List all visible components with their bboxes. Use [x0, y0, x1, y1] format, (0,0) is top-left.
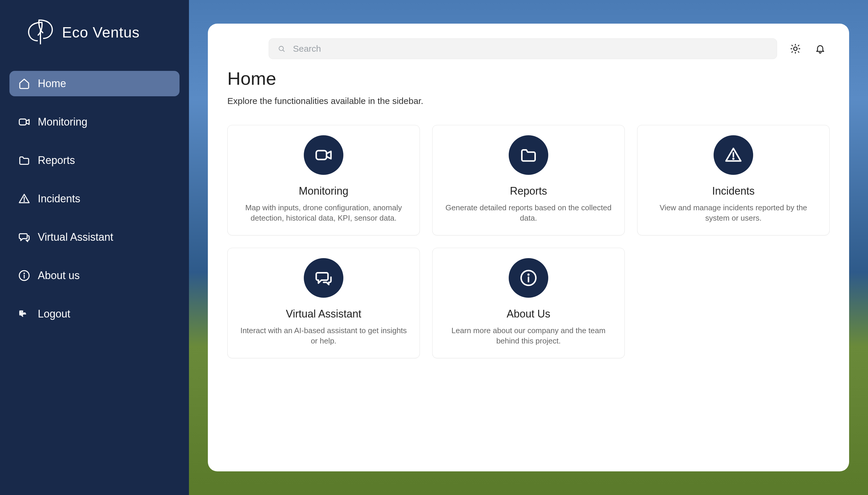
home-icon	[18, 78, 30, 89]
topbar	[227, 38, 830, 59]
info-icon	[18, 270, 30, 281]
search-box[interactable]	[269, 38, 777, 59]
svg-line-15	[798, 45, 799, 46]
svg-line-7	[283, 50, 284, 51]
card-monitoring[interactable]: Monitoring Map with inputs, drone config…	[227, 125, 420, 235]
svg-point-5	[24, 273, 24, 274]
sidebar-nav: Home Monitoring Reports Incidents	[0, 71, 189, 327]
chat-icon	[315, 269, 332, 287]
svg-line-14	[798, 52, 799, 52]
sidebar-item-about-us[interactable]: About us	[10, 263, 179, 288]
cards-grid: Monitoring Map with inputs, drone config…	[227, 125, 830, 358]
svg-line-13	[792, 45, 793, 46]
bell-icon	[815, 44, 826, 54]
card-desc: Interact with an AI-based assistant to g…	[237, 325, 410, 346]
card-about-us[interactable]: About Us Learn more about our company an…	[432, 248, 625, 358]
main-area: Home Explore the functionalities availab…	[189, 0, 868, 495]
svg-rect-0	[19, 119, 26, 125]
search-icon	[278, 45, 285, 53]
folder-icon	[520, 146, 537, 164]
card-desc: Map with inputs, drone configuration, an…	[237, 203, 410, 223]
theme-toggle-button[interactable]	[789, 42, 802, 55]
sidebar-item-incidents[interactable]: Incidents	[10, 186, 179, 211]
alert-triangle-icon	[18, 193, 30, 205]
sidebar-item-virtual-assistant[interactable]: Virtual Assistant	[10, 224, 179, 250]
sidebar-item-reports[interactable]: Reports	[10, 148, 179, 173]
alert-triangle-icon	[725, 146, 742, 164]
sun-icon	[790, 44, 801, 54]
sidebar-item-label: Virtual Assistant	[38, 231, 113, 243]
page-title: Home	[227, 68, 830, 89]
leaf-icon	[23, 18, 59, 47]
chat-icon	[18, 231, 30, 243]
card-desc: Learn more about our company and the tea…	[442, 325, 615, 346]
topbar-actions	[789, 42, 830, 55]
sidebar-item-label: Logout	[38, 308, 70, 320]
sidebar-item-label: Home	[38, 78, 66, 90]
svg-point-2	[24, 201, 24, 202]
card-icon-circle	[509, 258, 548, 298]
notifications-button[interactable]	[814, 42, 827, 55]
sidebar-item-label: Reports	[38, 154, 75, 167]
card-title: Monitoring	[237, 185, 410, 197]
card-title: About Us	[442, 308, 615, 320]
app-root: Eco Ventus Home Monitoring Reports	[0, 0, 868, 495]
sidebar-item-home[interactable]: Home	[10, 71, 179, 96]
svg-point-19	[733, 158, 734, 159]
brand-text: Eco Ventus	[62, 24, 140, 41]
card-incidents[interactable]: Incidents View and manage incidents repo…	[637, 125, 830, 235]
search-input[interactable]	[293, 44, 768, 54]
svg-point-8	[794, 47, 797, 51]
sidebar-item-label: About us	[38, 269, 80, 282]
card-desc: View and manage incidents reported by th…	[647, 203, 820, 223]
info-icon	[520, 269, 537, 287]
card-reports[interactable]: Reports Generate detailed reports based …	[432, 125, 625, 235]
card-title: Virtual Assistant	[237, 308, 410, 320]
folder-icon	[18, 154, 30, 166]
card-icon-circle	[509, 135, 548, 175]
video-icon	[315, 146, 332, 164]
page-subtitle: Explore the functionalities available in…	[227, 96, 830, 106]
sidebar-item-logout[interactable]: Logout	[10, 301, 179, 327]
card-title: Incidents	[647, 185, 820, 197]
sidebar: Eco Ventus Home Monitoring Reports	[0, 0, 189, 495]
sidebar-item-label: Incidents	[38, 192, 80, 205]
brand-logo: Eco Ventus	[0, 12, 189, 71]
card-desc: Generate detailed reports based on the c…	[442, 203, 615, 223]
svg-rect-17	[316, 151, 327, 159]
card-title: Reports	[442, 185, 615, 197]
content-panel: Home Explore the functionalities availab…	[208, 23, 849, 472]
card-icon-circle	[304, 258, 343, 298]
card-virtual-assistant[interactable]: Virtual Assistant Interact with an AI-ba…	[227, 248, 420, 358]
logout-icon	[18, 308, 30, 320]
sidebar-item-monitoring[interactable]: Monitoring	[10, 109, 179, 135]
sidebar-item-label: Monitoring	[38, 116, 87, 128]
video-icon	[18, 116, 30, 128]
card-icon-circle	[714, 135, 753, 175]
card-icon-circle	[304, 135, 343, 175]
svg-point-22	[528, 274, 529, 275]
svg-line-16	[792, 52, 793, 52]
